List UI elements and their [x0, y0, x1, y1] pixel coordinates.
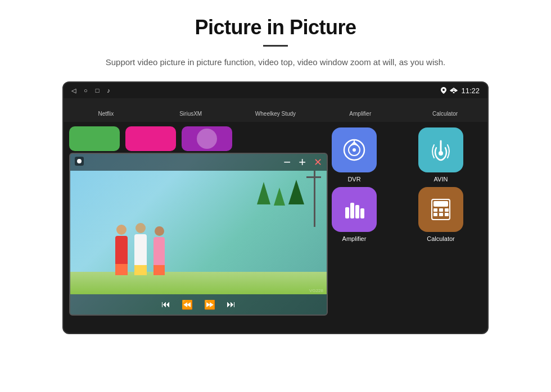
- status-bar: ◁ ○ □ ♪ 11:22: [64, 83, 487, 98]
- svg-rect-15: [345, 207, 349, 218]
- svg-rect-25: [439, 213, 443, 216]
- svg-rect-22: [439, 208, 443, 212]
- avin-app-icon: [418, 127, 463, 172]
- person-2-legs: [134, 265, 147, 275]
- person-2: [134, 223, 147, 275]
- amplifier-icon-svg: [341, 196, 368, 223]
- music-icon: ♪: [107, 87, 110, 94]
- dvr-icon-svg: [341, 136, 368, 163]
- wifi-signal-icon: [450, 88, 458, 93]
- status-bar-left: ◁ ○ □ ♪: [71, 87, 110, 94]
- person-3-head: [155, 226, 164, 236]
- video-background-trees: [257, 188, 304, 212]
- svg-rect-18: [360, 208, 364, 218]
- video-controls-bar: ⏮ ⏪ ⏩ ⏭: [70, 294, 327, 314]
- app-calculator[interactable]: Calculator: [400, 187, 482, 242]
- person-3-legs: [153, 265, 165, 275]
- home-icon[interactable]: ○: [84, 87, 88, 94]
- video-people: [115, 223, 165, 275]
- amplifier-label: Amplifier: [342, 235, 367, 242]
- person-1-legs: [115, 264, 128, 275]
- calculator-label: Calculator: [427, 235, 455, 242]
- video-watermark: VG228: [309, 288, 323, 293]
- status-bar-right: 11:22: [441, 86, 480, 95]
- location-icon: [441, 87, 446, 94]
- svg-rect-24: [433, 213, 437, 216]
- person-2-body: [134, 234, 147, 265]
- pip-record-icon: [75, 157, 84, 168]
- status-time: 11:22: [461, 86, 480, 95]
- dvr-label: DVR: [347, 176, 360, 183]
- pip-video-bg: VG228: [70, 154, 327, 314]
- bottom-label-amplifier: Amplifier: [318, 111, 403, 117]
- video-forward-button[interactable]: ⏩: [204, 299, 215, 310]
- page-subtitle: Support video picture in picture functio…: [106, 56, 445, 69]
- svg-rect-20: [433, 201, 448, 207]
- page-title: Picture in Picture: [195, 16, 356, 39]
- video-rewind-button[interactable]: ⏪: [182, 299, 193, 310]
- bottom-label-calculator: Calculator: [403, 111, 487, 117]
- svg-point-11: [353, 148, 356, 152]
- app-netflix-pill[interactable]: [69, 126, 120, 151]
- pip-plus-button[interactable]: +: [299, 155, 306, 170]
- back-icon[interactable]: ◁: [71, 87, 76, 94]
- svg-point-0: [442, 89, 445, 91]
- svg-rect-16: [350, 203, 354, 218]
- app-amplifier[interactable]: Amplifier: [313, 187, 395, 242]
- avin-label: AVIN: [434, 176, 448, 183]
- person-1-body: [115, 236, 128, 264]
- video-next-button[interactable]: ⏭: [227, 299, 236, 309]
- pip-minus-button[interactable]: −: [283, 155, 291, 170]
- svg-point-14: [439, 151, 443, 156]
- video-ground: [70, 272, 327, 294]
- person-1-head: [116, 225, 127, 235]
- svg-rect-23: [445, 208, 449, 212]
- app-wheelkey-pill[interactable]: [182, 126, 232, 151]
- page-container: Picture in Picture Support video picture…: [0, 0, 551, 392]
- bottom-label-netflix: Netflix: [64, 111, 148, 117]
- svg-point-3: [453, 92, 455, 94]
- svg-rect-26: [445, 213, 449, 216]
- pip-controls: − + ✕: [283, 155, 322, 170]
- svg-point-8: [77, 159, 82, 163]
- left-apps-row: [64, 122, 311, 156]
- bottom-labels-bar: Netflix SiriusXM Wheelkey Study Amplifie…: [64, 105, 487, 122]
- person-1: [115, 225, 128, 275]
- device-frame: ◁ ○ □ ♪ 11:22 ⌂ ⚡: [62, 81, 489, 334]
- bottom-label-siriusxm: SiriusXM: [148, 111, 233, 117]
- app-siriusxm-pill[interactable]: [125, 126, 176, 151]
- title-divider: [263, 45, 288, 47]
- person-3: [153, 226, 165, 275]
- svg-rect-17: [355, 205, 359, 218]
- bottom-label-wheelkey: Wheelkey Study: [233, 111, 318, 117]
- pip-window[interactable]: VG228 − + ✕ ⏮ ⏪ ⏩: [69, 153, 328, 316]
- calculator-app-icon: [418, 187, 463, 232]
- avin-icon-svg: [427, 136, 454, 163]
- person-3-body: [153, 237, 165, 265]
- calculator-icon-svg: [427, 196, 454, 223]
- app-grid: DVR AVIN: [308, 122, 487, 133]
- video-prev-button[interactable]: ⏮: [161, 299, 170, 309]
- person-2-head: [136, 223, 146, 233]
- dvr-app-icon: [332, 127, 377, 172]
- pip-header: − + ✕: [70, 154, 327, 171]
- square-icon[interactable]: □: [96, 87, 100, 94]
- svg-rect-21: [433, 208, 437, 212]
- app-avin[interactable]: AVIN: [400, 127, 482, 183]
- amplifier-app-icon: [332, 187, 377, 232]
- pip-close-button[interactable]: ✕: [314, 156, 322, 168]
